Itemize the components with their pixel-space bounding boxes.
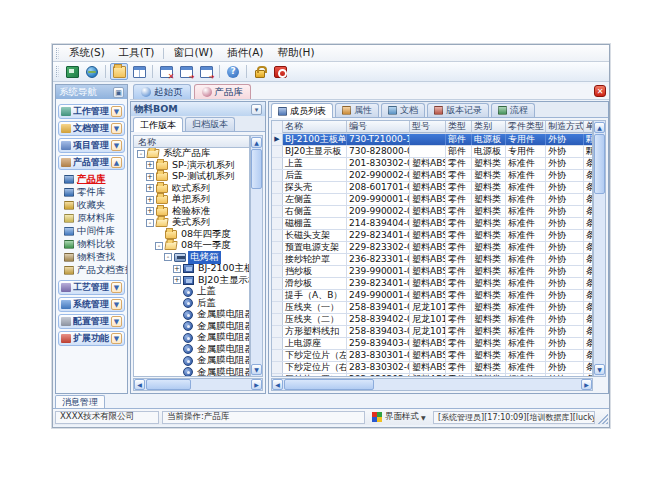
table-vertical-scrollbar[interactable]: ▲ ▼: [593, 120, 606, 377]
tab-版本记录[interactable]: 版本记录: [427, 103, 489, 117]
scroll-down-icon[interactable]: ▼: [251, 364, 262, 375]
folder-open-button[interactable]: [110, 63, 128, 80]
column-header-制造方式[interactable]: 制造方式: [546, 121, 584, 133]
nav-group-系统管理[interactable]: 系统管理▼: [58, 297, 125, 312]
chevron-down-icon[interactable]: ▼: [111, 299, 122, 310]
table-row[interactable]: 后盖202-990002-01X塑料ABS零件塑料类标准件外协条: [272, 170, 592, 182]
expand-icon[interactable]: +: [146, 173, 154, 181]
table-row[interactable]: 预置电源支架229-823302-00X塑料ABS零件塑料类标准件外协条: [272, 242, 592, 254]
menu-grip[interactable]: [56, 48, 59, 59]
sidebar-item-产品文档查找[interactable]: 产品文档查找: [57, 264, 126, 277]
sidebar-item-原材料库[interactable]: 原材料库: [57, 212, 126, 225]
expand-icon[interactable]: +: [173, 265, 181, 273]
collapse-icon[interactable]: -: [146, 219, 154, 227]
table-row[interactable]: 压线夹（二）258-839402-00X尼龙1010零件塑料类标准件外协条: [272, 314, 592, 326]
nav-group-工作管理[interactable]: 工作管理▼: [58, 104, 125, 119]
toolbar-grip[interactable]: [56, 66, 59, 77]
table-row[interactable]: 磁棚盖214-839404-01X塑料ABS零件塑料类标准件外协条: [272, 218, 592, 230]
table-row[interactable]: 挡纱板239-990001-01X塑料ABS零件塑料类标准件外协条: [272, 266, 592, 278]
table-row[interactable]: 方形塑料线扣258-839403-00X尼龙1010零件塑料类标准件外协条: [272, 326, 592, 338]
table-row[interactable]: ▶BJ-2100主板单点730-T21000-12X部件电源板专用件外协颗: [272, 134, 592, 146]
tree-node-金属膜电阻器[interactable]: 金属膜电阻器: [134, 367, 249, 378]
exit-button[interactable]: [271, 63, 289, 80]
chevron-down-icon[interactable]: ▼: [111, 106, 122, 117]
scroll-left-icon[interactable]: ◀: [134, 379, 145, 390]
column-header-单位[interactable]: 单位: [584, 121, 593, 133]
nav-group-配置管理[interactable]: 配置管理▼: [58, 314, 125, 329]
chevron-down-icon[interactable]: ▼: [111, 123, 122, 134]
tree-horizontal-scrollbar[interactable]: ◀ ▶: [133, 378, 263, 391]
table-row[interactable]: 上盖201-830302-00X塑料ABS零件塑料类标准件外协条: [272, 158, 592, 170]
scroll-right-icon[interactable]: ▶: [581, 379, 592, 390]
table-row[interactable]: 下纱定位片（右）283-830302-00X塑料ABS零件塑料类标准件外协条: [272, 362, 592, 374]
table-row[interactable]: 长磁头支架229-823401-00X塑料ABS零件塑料类标准件外协条: [272, 230, 592, 242]
nav-group-产品管理[interactable]: 产品管理▲: [58, 155, 125, 170]
tree-vscroll-thumb[interactable]: [251, 149, 262, 189]
table-horizontal-scrollbar[interactable]: ◀ ▶: [271, 378, 593, 391]
resize-grip[interactable]: [598, 414, 608, 424]
chevron-down-icon[interactable]: ▼: [111, 282, 122, 293]
chevron-down-icon[interactable]: ▼: [111, 316, 122, 327]
table-row[interactable]: BJ20主显示板730-828000-04X部件电源板专用件外协颗: [272, 146, 592, 158]
expand-icon[interactable]: +: [146, 196, 154, 204]
sidebar-item-物料比较[interactable]: 物料比较: [57, 238, 126, 251]
nav-group-文档管理[interactable]: 文档管理▼: [58, 121, 125, 136]
window-close-button[interactable]: [157, 63, 175, 80]
table-row[interactable]: 左侧盖209-990001-01X塑料ABS零件塑料类标准件外协条: [272, 194, 592, 206]
table-vscroll-thumb[interactable]: [594, 134, 605, 194]
expand-icon[interactable]: +: [146, 161, 154, 169]
sidebar-item-零件库[interactable]: 零件库: [57, 186, 126, 199]
scroll-up-icon[interactable]: ▲: [594, 122, 605, 133]
table-row[interactable]: 压纱片（四）283-830303-00X塑料ABS零件塑料类标准件外协条: [272, 374, 592, 377]
expand-icon[interactable]: +: [146, 207, 154, 215]
doc-tab-起始页[interactable]: 起始页: [133, 84, 191, 99]
scroll-right-icon[interactable]: ▶: [251, 379, 262, 390]
doc-tab-产品库[interactable]: 产品库: [194, 84, 252, 99]
table-row[interactable]: 上电源座259-839403-00X塑料ABS零件塑料类标准件外协条: [272, 338, 592, 350]
nav-group-扩展功能[interactable]: 扩展功能▼: [58, 331, 125, 346]
table-row[interactable]: 下纱定位片（左）283-830301-00X塑料ABS零件塑料类标准件外协条: [272, 350, 592, 362]
column-header-名称[interactable]: 名称: [283, 121, 347, 133]
message-manager-tab[interactable]: 消息管理: [55, 395, 105, 408]
workspace-button[interactable]: [63, 63, 81, 80]
tree-column-header[interactable]: 名称: [133, 135, 250, 148]
nav-group-项目管理[interactable]: 项目管理▼: [58, 138, 125, 153]
tab-文档[interactable]: 文档: [381, 103, 425, 117]
tab-属性[interactable]: 属性: [335, 103, 379, 117]
panel-restore-icon[interactable]: ▾: [251, 104, 262, 115]
column-header-类型[interactable]: 类型: [446, 121, 472, 133]
table-row[interactable]: 接纱轮护罩236-823301-00X塑料ABS零件塑料类标准件外协条: [272, 254, 592, 266]
tab-流程[interactable]: 流程: [491, 103, 535, 117]
sidebar-item-产品库[interactable]: 产品库: [57, 173, 126, 186]
interface-style-dropdown[interactable]: 界面样式 ▼: [368, 411, 430, 424]
scroll-left-icon[interactable]: ◀: [272, 379, 283, 390]
menu-item-4[interactable]: 帮助(H): [270, 45, 321, 61]
table-row[interactable]: 压线夹（一）258-839401-00X尼龙1010零件塑料类标准件外协条: [272, 302, 592, 314]
expand-icon[interactable]: +: [173, 276, 181, 284]
scroll-down-icon[interactable]: ▼: [594, 364, 605, 375]
chevron-up-icon[interactable]: ▲: [111, 157, 122, 168]
tree-hscroll-thumb[interactable]: [146, 379, 191, 390]
help-button[interactable]: [224, 63, 242, 80]
chevron-down-icon[interactable]: ▼: [111, 333, 122, 344]
tree-node-BJ20主显示板[interactable]: +BJ20主显示板: [134, 275, 249, 287]
tree-vertical-scrollbar[interactable]: ▲ ▼: [250, 135, 263, 377]
collapse-icon[interactable]: -: [155, 242, 163, 250]
table-row[interactable]: 右侧盖209-990002-01X塑料ABS零件塑料类标准件外协条: [272, 206, 592, 218]
column-header-零件类型[interactable]: 零件类型: [506, 121, 546, 133]
menu-item-1[interactable]: 工具(T): [112, 45, 162, 61]
pin-icon[interactable]: ▣: [113, 87, 124, 98]
table-hscroll-thumb[interactable]: [284, 379, 374, 390]
table-row[interactable]: 探头壳208-601701-01X塑料ABS零件塑料类标准件外协条: [272, 182, 592, 194]
globe-button[interactable]: [83, 63, 101, 80]
chevron-down-icon[interactable]: ▼: [111, 140, 122, 151]
tab-工作版本[interactable]: 工作版本: [133, 117, 183, 132]
menu-item-2[interactable]: 窗口(W): [166, 45, 220, 61]
nav-group-工艺管理[interactable]: 工艺管理▼: [58, 280, 125, 295]
column-header-类别[interactable]: 类别: [472, 121, 506, 133]
window-grid-button[interactable]: [130, 63, 148, 80]
sidebar-item-收藏夹[interactable]: 收藏夹: [57, 199, 126, 212]
collapse-icon[interactable]: -: [164, 253, 172, 261]
window-export-button[interactable]: [177, 63, 195, 80]
sidebar-item-中间件库[interactable]: 中间件库: [57, 225, 126, 238]
